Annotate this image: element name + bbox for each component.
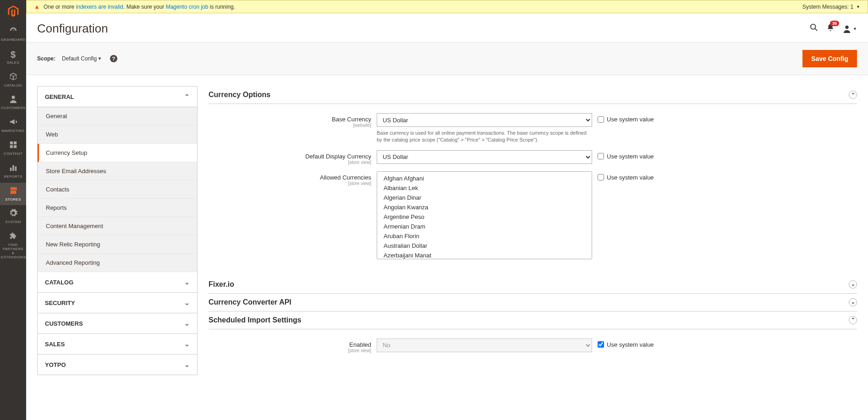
nav-label: SYSTEM (1, 220, 25, 224)
nav-item-content[interactable]: CONTENT (0, 137, 26, 160)
group-title-text: Fixer.io (209, 280, 849, 289)
currency-option[interactable]: Argentine Peso (377, 212, 592, 222)
nav-item-find-partners-extensions[interactable]: FIND PARTNERS & EXTENSIONS (0, 228, 26, 263)
config-tab-reports[interactable]: Reports (38, 199, 197, 217)
config-tabs-sidebar: GENERAL ⌃ GeneralWebCurrency SetupStore … (37, 86, 198, 375)
chevron-down-icon: ⌄ (184, 299, 190, 306)
svg-point-10 (845, 25, 848, 28)
nav-item-system[interactable]: SYSTEM (0, 205, 26, 228)
config-section-catalog[interactable]: CATALOG⌄ (37, 272, 198, 293)
currency-option[interactable]: Albanian Lek (377, 183, 592, 193)
nav-item-marketing[interactable]: MARKETING (0, 114, 26, 137)
currency-option[interactable]: Azerbaijani Manat (377, 251, 592, 259)
nav-item-dashboard[interactable]: DASHBOARD (0, 23, 26, 46)
notifications-icon[interactable]: 36 (826, 23, 835, 34)
svg-rect-4 (13, 145, 16, 148)
gear-icon (1, 209, 25, 219)
field-scope: [store view] (209, 160, 371, 165)
scope-bar: Scope: Default Config ▼ ? Save Config (26, 42, 868, 75)
field-label: Base Currency (332, 116, 371, 123)
config-tab-store-email-addresses[interactable]: Store Email Addresses (38, 162, 197, 180)
field-label: Default Display Currency (305, 153, 371, 160)
currency-option[interactable]: Armenian Dram (377, 222, 592, 231)
svg-rect-3 (10, 145, 12, 148)
config-section-yotpo[interactable]: YOTPO⌄ (37, 355, 198, 375)
config-tab-advanced-reporting[interactable]: Advanced Reporting (38, 254, 197, 272)
allowed-currencies-select[interactable]: Afghan AfghaniAlbanian LekAlgerian Dinar… (377, 171, 592, 259)
magento-logo-icon (7, 5, 19, 17)
system-messages-count[interactable]: System Messages: 1 (802, 4, 853, 10)
currency-option[interactable]: Afghan Afghani (377, 174, 592, 183)
use-system-checkbox-allowed[interactable] (598, 174, 604, 180)
default-display-currency-select[interactable]: US Dollar (377, 150, 592, 164)
group-scheduled-import-header[interactable]: Scheduled Import Settings ⌃ (209, 311, 857, 329)
field-allowed-currencies: Allowed Currencies [store view] Afghan A… (209, 171, 857, 259)
config-tab-new-relic-reporting[interactable]: New Relic Reporting (38, 235, 197, 254)
chevron-down-icon: ▼ (98, 56, 102, 61)
svg-rect-2 (13, 142, 16, 144)
group-currency-converter-api-header[interactable]: Currency Converter API ⌄ (209, 294, 857, 311)
text: One or more (44, 4, 76, 10)
search-icon[interactable] (810, 23, 818, 34)
currency-option[interactable]: Algerian Dinar (377, 193, 592, 202)
field-base-currency: Base Currency [website] US Dollar Base c… (209, 113, 857, 144)
save-config-button[interactable]: Save Config (802, 50, 857, 67)
currency-option[interactable]: Australian Dollar (377, 241, 592, 251)
base-currency-select[interactable]: US Dollar (377, 113, 592, 127)
scope-selector[interactable]: Default Config ▼ (62, 55, 102, 62)
nav-item-reports[interactable]: REPORTS (0, 160, 26, 183)
nav-label: FIND PARTNERS & EXTENSIONS (1, 243, 25, 259)
chevron-down-icon: ⌄ (184, 320, 190, 327)
dollar-icon: $ (1, 49, 25, 60)
config-tab-currency-setup[interactable]: Currency Setup (38, 144, 197, 162)
text: 1 (850, 4, 853, 10)
expand-down-icon: ⌄ (849, 280, 857, 289)
config-section-customers[interactable]: CUSTOMERS⌄ (37, 313, 198, 334)
config-tab-contacts[interactable]: Contacts (38, 180, 197, 199)
group-scheduled-import-body: Enabled [store view] No Use system value (209, 329, 857, 363)
nav-item-catalog[interactable]: CATALOG (0, 69, 26, 92)
currency-option[interactable]: Angolan Kwanza (377, 202, 592, 212)
group-currency-options-header[interactable]: Currency Options ⌃ (209, 86, 857, 104)
config-section-general[interactable]: GENERAL ⌃ (37, 86, 198, 107)
config-tab-general[interactable]: General (38, 107, 197, 125)
use-system-checkbox-display[interactable] (598, 153, 604, 159)
chevron-down-icon[interactable]: ▼ (856, 5, 860, 9)
scheduled-enabled-select: No (377, 338, 592, 352)
text: is running. (208, 4, 235, 10)
section-title: SALES (45, 341, 65, 348)
svg-rect-7 (15, 166, 16, 171)
config-section-sales[interactable]: SALES⌄ (37, 334, 198, 355)
store-icon (1, 186, 25, 197)
magento-logo[interactable] (0, 0, 26, 23)
nav-label: CATALOG (1, 84, 25, 88)
config-tab-content-management[interactable]: Content Management (38, 217, 197, 235)
currency-option[interactable]: Aruban Florin (377, 231, 592, 241)
group-currency-options-body: Base Currency [website] US Dollar Base c… (209, 104, 857, 269)
svg-line-9 (815, 29, 818, 31)
field-default-display-currency: Default Display Currency [store view] US… (209, 150, 857, 165)
nav-label: REPORTS (1, 175, 25, 179)
indexers-link[interactable]: indexers are invalid (76, 4, 123, 10)
nav-item-stores[interactable]: STORES (0, 183, 26, 206)
use-system-checkbox-base[interactable] (598, 116, 604, 123)
help-icon[interactable]: ? (110, 55, 117, 62)
user-menu[interactable]: ▼ (843, 25, 857, 33)
use-system-checkbox-sched[interactable] (598, 341, 604, 348)
chevron-down-icon: ▼ (853, 27, 857, 31)
nav-item-sales[interactable]: $SALES (0, 46, 26, 69)
text: . Make sure your (123, 4, 166, 10)
config-tab-web[interactable]: Web (38, 125, 197, 144)
collapse-up-icon: ⌃ (849, 316, 857, 324)
svg-point-0 (11, 96, 15, 99)
group-fixer-io-header[interactable]: Fixer.io ⌄ (209, 276, 857, 294)
config-content: Currency Options ⌃ Base Currency [websit… (209, 86, 857, 363)
field-scope: [store view] (209, 348, 371, 353)
scope-label: Scope: (37, 55, 55, 62)
nav-label: CONTENT (1, 152, 25, 156)
config-section-security[interactable]: SECURITY⌄ (37, 293, 198, 313)
cron-job-link[interactable]: Magento cron job (166, 4, 209, 10)
use-system-label: Use system value (607, 153, 654, 160)
nav-item-customers[interactable]: CUSTOMERS (0, 91, 26, 114)
system-message-text: One or more indexers are invalid. Make s… (44, 4, 802, 10)
